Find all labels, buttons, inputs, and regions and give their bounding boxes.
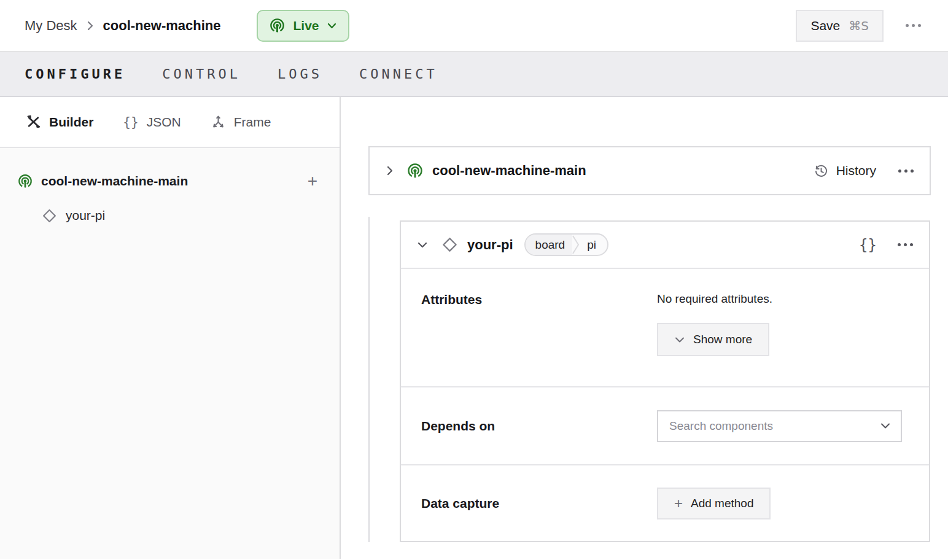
chevron-down-icon <box>880 422 891 430</box>
breadcrumb: My Desk cool-new-machine Live <box>25 10 349 42</box>
view-switcher: Builder {} JSON Frame <box>0 97 340 148</box>
show-more-button-label: Show more <box>693 333 752 346</box>
component-diamond-icon <box>42 208 57 224</box>
view-builder-label: Builder <box>49 115 93 130</box>
add-method-button[interactable]: + Add method <box>657 488 771 519</box>
machine-name-title: cool-new-machine <box>103 18 221 34</box>
depends-on-select[interactable] <box>657 410 902 442</box>
breadcrumb-chevron-icon <box>86 19 95 33</box>
configure-main-pane: cool-new-machine-main History <box>341 97 948 559</box>
tree-item-machine-main[interactable]: cool-new-machine-main + <box>0 166 340 196</box>
add-method-button-label: Add method <box>691 497 753 510</box>
live-status-dropdown[interactable]: Live <box>257 10 349 42</box>
attributes-empty-text: No required attributes. <box>657 292 772 306</box>
chevron-down-icon <box>674 336 685 344</box>
plus-icon: + <box>674 496 683 511</box>
depends-on-section: Depends on <box>401 387 929 465</box>
history-button-label: History <box>836 163 876 178</box>
view-json-label: JSON <box>147 115 181 130</box>
tab-connect[interactable]: CONNECT <box>359 66 438 82</box>
top-bar: My Desk cool-new-machine Live Save ⌘S <box>0 0 948 51</box>
save-button[interactable]: Save ⌘S <box>796 10 884 42</box>
live-status-label: Live <box>293 18 319 33</box>
tree-item-your-pi-label: your-pi <box>66 208 105 223</box>
add-component-button[interactable]: + <box>308 173 317 190</box>
expand-chevron-right-icon[interactable] <box>383 164 397 177</box>
primary-tab-bar: CONFIGURE CONTROL LOGS CONNECT <box>0 51 948 97</box>
tab-configure[interactable]: CONFIGURE <box>25 66 125 82</box>
component-type-tag: board <box>526 235 573 255</box>
frame-axes-icon <box>211 114 226 130</box>
view-builder[interactable]: Builder <box>26 114 93 130</box>
configure-sidebar: Builder {} JSON Frame <box>0 97 341 559</box>
save-button-label: Save <box>810 18 840 33</box>
tag-divider-chevron-icon <box>572 235 580 255</box>
tree-item-machine-main-label: cool-new-machine-main <box>41 174 188 189</box>
tab-control[interactable]: CONTROL <box>162 66 241 82</box>
machine-part-card: cool-new-machine-main History <box>368 146 931 195</box>
edit-json-braces-icon[interactable]: {} <box>859 236 877 254</box>
depends-on-section-label: Depends on <box>421 419 657 434</box>
machine-part-tree: cool-new-machine-main + your-pi <box>0 148 340 230</box>
machine-live-icon <box>269 17 286 34</box>
braces-icon: {} <box>123 115 138 130</box>
component-card-overflow-menu-icon[interactable] <box>898 243 913 246</box>
machine-part-card-title: cool-new-machine-main <box>432 163 586 179</box>
component-model-tag: pi <box>580 235 607 255</box>
tab-logs[interactable]: LOGS <box>278 66 322 82</box>
attributes-section-label: Attributes <box>421 292 657 386</box>
machine-live-icon <box>406 162 424 179</box>
component-card-header: your-pi board pi {} <box>401 222 929 269</box>
attributes-section: Attributes No required attributes. Show … <box>401 269 929 387</box>
tree-connector-line <box>368 217 370 542</box>
view-frame[interactable]: Frame <box>211 114 271 130</box>
machine-card-overflow-menu-icon[interactable] <box>898 169 914 173</box>
breadcrumb-parent-link[interactable]: My Desk <box>25 18 77 34</box>
tools-icon <box>26 114 41 130</box>
collapse-chevron-down-icon[interactable] <box>416 238 429 252</box>
history-button[interactable]: History <box>814 163 876 179</box>
view-frame-label: Frame <box>234 115 271 130</box>
chevron-down-icon <box>327 22 337 29</box>
history-clock-icon <box>814 163 829 179</box>
topbar-overflow-menu-icon[interactable] <box>906 24 921 27</box>
search-components-input[interactable] <box>669 419 880 433</box>
component-type-model-tag: board pi <box>524 233 608 256</box>
data-capture-section-label: Data capture <box>421 496 657 511</box>
component-diamond-icon <box>441 236 458 253</box>
save-shortcut-hint: ⌘S <box>849 18 869 33</box>
data-capture-section: Data capture + Add method <box>401 465 929 541</box>
component-card-your-pi: your-pi board pi {} Attributes No requir… <box>400 220 930 542</box>
component-card-title: your-pi <box>467 237 513 253</box>
show-more-button[interactable]: Show more <box>657 323 769 356</box>
machine-live-icon <box>17 173 33 189</box>
view-json[interactable]: {} JSON <box>123 115 181 130</box>
tree-item-your-pi[interactable]: your-pi <box>0 201 340 230</box>
